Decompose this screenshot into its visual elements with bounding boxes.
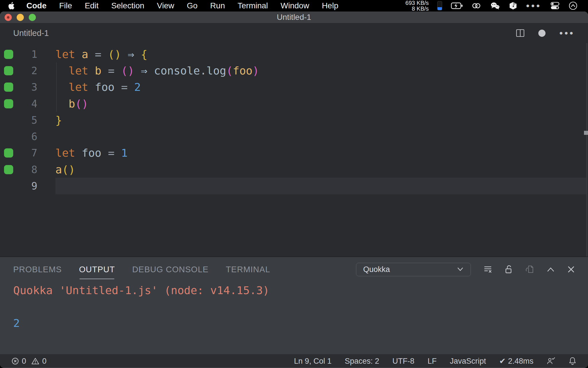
chevron-down-icon [457,267,464,272]
line-number: 4 [17,98,37,110]
maximize-panel-icon[interactable] [547,267,555,272]
window-titlebar[interactable]: Untitled-1 [0,12,588,23]
link-icon[interactable] [471,1,481,10]
code-text[interactable]: a() [55,161,588,178]
code-text[interactable]: b() [55,95,588,112]
menu-extra-ellipsis-icon[interactable]: ••• [526,3,541,9]
close-panel-icon[interactable] [567,266,575,273]
output-line: 2 [13,315,575,331]
quokka-coverage-square [0,148,17,158]
control-center-icon[interactable] [550,1,560,10]
eol-sequence[interactable]: LF [428,357,437,366]
menu-item-edit[interactable]: Edit [85,1,98,10]
menu-item-terminal[interactable]: Terminal [237,1,268,10]
menu-item-go[interactable]: Go [187,1,198,10]
menu-items: CodeFileEditSelectionViewGoRunTerminalWi… [26,1,338,10]
code-text[interactable] [55,128,588,145]
code-text[interactable]: let a = () ⇒ { [55,46,588,62]
errors-icon [11,357,19,365]
zoom-window-button[interactable] [29,14,36,21]
scrollbar-cursor-marker [584,131,588,135]
panel-tab-terminal[interactable]: TERMINAL [226,265,270,274]
menu-item-code[interactable]: Code [26,1,47,10]
close-window-button[interactable] [5,14,12,21]
menu-bar-manager-icon[interactable] [568,1,578,10]
tab-untitled-1[interactable]: Untitled-1 [13,28,49,38]
output-console[interactable]: Quokka 'Untitled-1.js' (node: v14.15.3) … [0,282,588,332]
quokka-coverage-square [0,66,17,75]
vscode-window: Untitled-1 Untitled-1 ••• 1let a = () ⇒ … [0,12,588,368]
code-line-8[interactable]: 8a() [0,161,588,178]
code-line-9[interactable]: 9 [0,178,588,194]
warnings-count: 0 [42,357,47,366]
clear-output-icon[interactable] [483,265,492,274]
warnings-icon [31,357,39,365]
encoding[interactable]: UTF-8 [392,357,415,366]
bottom-panel: PROBLEMSOUTPUTDEBUG CONSOLETERMINAL Quok… [0,256,588,354]
code-line-7[interactable]: 7let foo = 1 [0,145,588,161]
cube-app-icon[interactable] [509,1,517,10]
menu-item-help[interactable]: Help [322,1,339,10]
line-number: 8 [17,164,37,175]
code-line-4[interactable]: 4 b() [0,95,588,112]
check-icon: ✔ [499,356,506,366]
editor-tab-bar: Untitled-1 ••• [0,23,588,43]
panel-tab-debug-console[interactable]: DEBUG CONSOLE [132,265,208,274]
line-number: 3 [17,81,37,93]
errors-count: 0 [22,357,26,366]
perf-time: 2.48ms [508,357,533,366]
code-text[interactable]: let foo = 1 [55,145,588,161]
line-number: 2 [17,65,37,76]
quokka-coverage-square [0,50,17,59]
network-down-label: 8 KB/s [405,6,429,12]
status-bar: 0 0 Ln 9, Col 1 Spaces: 2 UTF-8 LF JavaS… [0,354,588,368]
indentation[interactable]: Spaces: 2 [345,357,379,366]
feedback-icon[interactable] [547,357,555,365]
quokka-perf-status[interactable]: ✔ 2.48ms [499,356,533,366]
menu-item-file[interactable]: File [59,1,72,10]
output-channel-select[interactable]: Quokka [356,263,471,276]
lock-unlocked-icon[interactable] [505,265,513,274]
problems-status[interactable]: 0 0 [11,357,47,366]
cursor-position[interactable]: Ln 9, Col 1 [294,357,332,366]
line-number: 9 [17,180,37,192]
unsaved-changes-dot[interactable] [538,30,546,37]
code-line-5[interactable]: 5} [0,112,588,128]
network-monitor-icon[interactable] [437,1,442,10]
menu-item-run[interactable]: Run [210,1,225,10]
code-text[interactable]: let foo = 2 [55,79,588,95]
editor-scrollbar[interactable] [586,43,588,256]
language-mode[interactable]: JavaScript [450,357,486,366]
code-editor[interactable]: 1let a = () ⇒ {2 let b = () ⇒ console.lo… [0,43,588,256]
code-text[interactable]: let b = () ⇒ console.log(foo) [55,62,588,79]
output-line [13,299,575,315]
network-up-label: 693 KB/s [405,0,429,6]
notifications-bell-icon[interactable] [568,357,577,365]
menu-bar: CodeFileEditSelectionViewGoRunTerminalWi… [0,0,588,12]
window-title: Untitled-1 [0,13,588,22]
menu-item-view[interactable]: View [157,1,174,10]
split-editor-icon[interactable] [516,29,525,37]
panel-tab-problems[interactable]: PROBLEMS [13,265,62,274]
menu-item-window[interactable]: Window [281,1,309,10]
apple-menu-icon[interactable] [7,1,15,10]
code-line-3[interactable]: 3 let foo = 2 [0,79,588,95]
output-channel-value: Quokka [363,265,390,274]
menu-item-selection[interactable]: Selection [111,1,144,10]
network-speed[interactable]: 693 KB/s 8 KB/s [405,0,429,12]
line-number: 5 [17,114,37,126]
minimize-window-button[interactable] [17,14,24,21]
code-line-2[interactable]: 2 let b = () ⇒ console.log(foo) [0,62,588,79]
panel-tab-output[interactable]: OUTPUT [79,265,115,274]
code-text[interactable] [55,178,588,194]
output-line: Quokka 'Untitled-1.js' (node: v14.15.3) [13,282,575,299]
traffic-lights [5,12,36,23]
code-line-1[interactable]: 1let a = () ⇒ { [0,46,588,62]
open-output-in-editor-icon[interactable] [525,265,534,274]
battery-charging-icon[interactable] [451,1,463,10]
editor-more-actions-icon[interactable]: ••• [559,30,575,36]
quokka-coverage-square [0,99,17,108]
code-line-6[interactable]: 6 [0,128,588,145]
wechat-icon[interactable] [490,1,500,10]
code-text[interactable]: } [55,112,588,128]
